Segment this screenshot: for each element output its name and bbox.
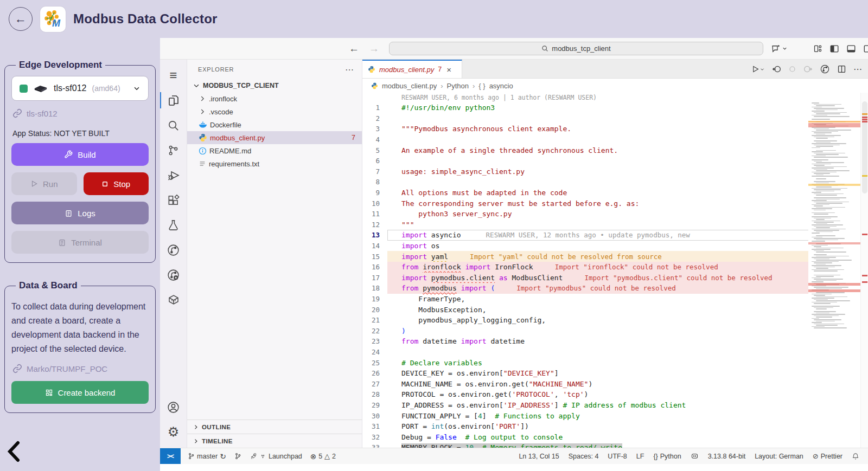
- eol-sequence[interactable]: LF: [636, 453, 644, 460]
- activity-explorer[interactable]: [160, 88, 187, 113]
- logs-button[interactable]: Logs: [11, 202, 149, 224]
- activity-search[interactable]: [160, 113, 187, 138]
- code-line-11[interactable]: 11 python3 server_sync.py: [362, 209, 868, 220]
- device-select[interactable]: tls-sf012 (amd64): [11, 76, 149, 101]
- command-center-search[interactable]: modbus_tcp_client: [389, 42, 763, 55]
- code-line-16[interactable]: 16from ironflock import IronFlockImport …: [362, 262, 868, 273]
- create-backend-button[interactable]: Create backend: [11, 381, 149, 404]
- code-line-21[interactable]: 21 pymodbus_apply_logging_config,: [362, 315, 868, 326]
- split-editor-icon[interactable]: [837, 64, 846, 74]
- code-line-6[interactable]: 6: [362, 156, 868, 166]
- customize-layout-icon[interactable]: [813, 44, 822, 53]
- pipeline-run-icon[interactable]: [820, 64, 830, 74]
- tree-item--vscode[interactable]: .vscode: [187, 105, 362, 118]
- code-line-14[interactable]: 14import os: [362, 241, 868, 251]
- checkpoint-icon[interactable]: [788, 65, 796, 73]
- git-branch-item[interactable]: master ↻: [188, 452, 226, 461]
- code-area[interactable]: RESWARM USER, 6 months ago | 1 author (R…: [362, 93, 868, 448]
- go-back-icon[interactable]: [772, 64, 781, 74]
- tree-root-folder[interactable]: MODBUS_TCP_CLIENT: [187, 79, 362, 92]
- code-line-19[interactable]: 19 FramerType,: [362, 294, 868, 305]
- account-button[interactable]: [160, 395, 187, 420]
- notifications-bell[interactable]: [852, 453, 859, 460]
- code-line-12[interactable]: 12""": [362, 220, 868, 230]
- breadcrumb-symbol[interactable]: Python: [447, 82, 469, 90]
- source-control-status[interactable]: [234, 453, 241, 460]
- code-line-17[interactable]: 17import pymodbus.client as ModbusClient…: [362, 273, 868, 283]
- code-line-3[interactable]: 3"""Pymodbus asynchronous client example…: [362, 124, 868, 134]
- timeline-section[interactable]: TIMELINE: [187, 434, 362, 448]
- code-line-22[interactable]: 22): [362, 325, 868, 336]
- project-link-row[interactable]: Marko/TRUMPF_POC: [12, 364, 148, 373]
- remote-indicator[interactable]: ><: [160, 448, 181, 464]
- code-line-10[interactable]: 10The corresponding server must be start…: [362, 198, 868, 209]
- activity-testing[interactable]: [160, 212, 187, 237]
- activity-source-control[interactable]: [160, 138, 187, 163]
- tree-item-requirements-txt[interactable]: requirements.txt: [187, 157, 362, 170]
- code-line-20[interactable]: 20 ModbusException,: [362, 304, 868, 315]
- scrollbar-thumb[interactable]: [862, 101, 867, 193]
- build-button[interactable]: Build: [11, 143, 149, 166]
- problems-item[interactable]: ⊗ 5 △ 2: [310, 452, 336, 461]
- indentation[interactable]: Spaces: 4: [569, 453, 599, 460]
- code-line-2[interactable]: 2: [362, 113, 868, 124]
- language-mode[interactable]: {} Python: [653, 453, 681, 460]
- explorer-actions-icon[interactable]: ⋯: [345, 64, 354, 75]
- code-line-24[interactable]: 24: [362, 347, 868, 358]
- terminal-button[interactable]: Terminal: [11, 231, 149, 254]
- formatter-item[interactable]: ⊘ Prettier: [813, 452, 843, 460]
- code-line-27[interactable]: 27MACHINE_NAME = os.environ.get("MACHINE…: [362, 378, 868, 389]
- outline-section[interactable]: OUTLINE: [187, 420, 362, 434]
- tree-item-readme-md[interactable]: README.md: [187, 144, 362, 157]
- code-line-1[interactable]: 1#!/usr/bin/env python3: [362, 102, 868, 113]
- settings-button[interactable]: ⚙: [160, 420, 187, 444]
- code-line-13[interactable]: 13import asyncioRESWARM USER, 12 months …: [362, 230, 868, 241]
- code-line-29[interactable]: 29IP_ADDRESS = os.environ['IP_ADDRESS'] …: [362, 400, 868, 411]
- app-back-button[interactable]: ←: [9, 7, 33, 31]
- toggle-secondary-sidebar-icon[interactable]: [863, 44, 868, 54]
- stop-button[interactable]: Stop: [84, 172, 149, 195]
- editor-scrollbar[interactable]: [860, 93, 868, 448]
- python-interpreter[interactable]: 3.13.8 64-bit: [708, 453, 746, 460]
- code-line-23[interactable]: 23from datetime import datetime: [362, 336, 868, 347]
- code-line-32[interactable]: 32Debug = False # Log output to console: [362, 431, 868, 442]
- go-forward-icon[interactable]: [803, 64, 813, 74]
- nav-forward-icon[interactable]: →: [369, 43, 379, 55]
- tree-item--ironflock[interactable]: .ironflock: [187, 92, 362, 105]
- minimap[interactable]: [808, 102, 860, 332]
- keyboard-layout[interactable]: Layout: German: [755, 453, 803, 460]
- code-line-31[interactable]: 31PORT = int(os.environ['PORT']): [362, 421, 868, 432]
- sidebar-collapse-button[interactable]: [7, 441, 21, 462]
- code-line-26[interactable]: 26DEVICE_KEY = os.environ["DEVICE_KEY"]: [362, 368, 868, 379]
- code-line-30[interactable]: 30FUNCTION_APPLY = [4] # Functions to ap…: [362, 410, 868, 421]
- code-line-15[interactable]: 15import yamlImport "yaml" could not be …: [362, 251, 868, 262]
- code-line-4[interactable]: 4: [362, 134, 868, 145]
- code-line-5[interactable]: 5An example of a single threaded synchro…: [362, 145, 868, 156]
- tab-close-icon[interactable]: ×: [446, 65, 451, 74]
- code-line-7[interactable]: 7usage: simple_async_client.py: [362, 166, 868, 177]
- cursor-position[interactable]: Ln 13, Col 15: [519, 453, 559, 460]
- copilot-status-icon[interactable]: [691, 453, 699, 460]
- activity-pipeline[interactable]: [160, 237, 187, 262]
- breadcrumb-symbol-2[interactable]: asyncio: [489, 82, 513, 90]
- menu-button[interactable]: ≡: [160, 63, 187, 88]
- code-line-18[interactable]: 18from pymodbus import (Import "pymodbus…: [362, 283, 868, 294]
- activity-run-debug[interactable]: [160, 163, 187, 188]
- code-line-28[interactable]: 28PROTOCOL = os.environ.get('PROTOCOL', …: [362, 389, 868, 400]
- toggle-panel-icon[interactable]: [846, 44, 856, 54]
- tab-modbus-client[interactable]: modbus_client.py 7 ×: [362, 60, 462, 78]
- tree-item-dockerfile[interactable]: Dockerfile: [187, 118, 362, 131]
- device-link-row[interactable]: tls-sf012: [12, 108, 148, 118]
- more-actions-icon[interactable]: ⋯: [853, 64, 863, 74]
- launchpad-item[interactable]: Launchpad: [250, 453, 302, 460]
- toggle-primary-sidebar-icon[interactable]: [829, 44, 839, 54]
- activity-containers[interactable]: [160, 287, 187, 312]
- encoding[interactable]: UTF-8: [608, 453, 627, 460]
- code-line-33[interactable]: 33MEMORY_BLOCK = 10 # Memory fragments t…: [362, 442, 868, 448]
- code-line-9[interactable]: 9All options must be adapted in the code: [362, 188, 868, 198]
- run-python-file-icon[interactable]: [751, 65, 765, 73]
- activity-extensions[interactable]: [160, 188, 187, 212]
- code-line-25[interactable]: 25# Declare variables: [362, 357, 868, 368]
- breadcrumb-file[interactable]: modbus_client.py: [382, 82, 437, 90]
- code-line-8[interactable]: 8: [362, 177, 868, 188]
